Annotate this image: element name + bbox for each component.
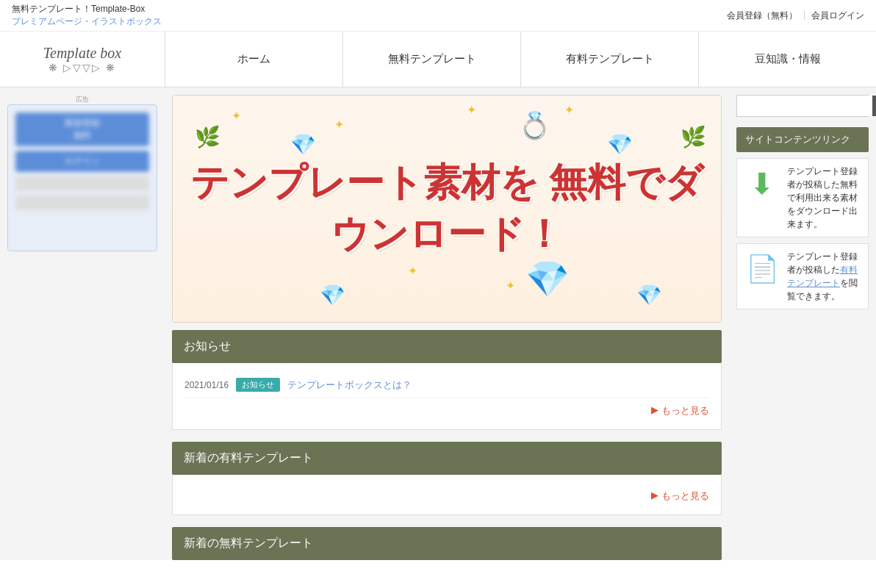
more-link-paid-label[interactable]: もっと見る	[661, 490, 709, 503]
more-link-icon: ▶	[651, 404, 658, 417]
paid-template-link[interactable]: 有料テンプレート	[787, 265, 858, 288]
subtitle-link[interactable]: プレミアムページ・イラストボックス	[12, 15, 162, 28]
news-tag: お知らせ	[236, 378, 280, 392]
sidebar-card-document: 📄 テンプレート登録者が投稿した有料テンプレートを閲覧できます。	[736, 243, 869, 309]
deco-gem-3: 💎	[320, 283, 345, 307]
more-link-notice[interactable]: ▶ もっと見る	[184, 398, 709, 420]
more-link-paid-icon: ▶	[651, 490, 658, 503]
search-input[interactable]	[737, 96, 872, 116]
document-icon: 📄	[743, 250, 781, 288]
deco-leaf-2: 🌿	[681, 125, 706, 149]
download-icon: ⬇	[743, 165, 781, 203]
paid-template-section-content: ▶ もっと見る	[172, 475, 722, 515]
sidebar-section-header: サイトコンテンツリンク	[736, 127, 869, 152]
content-right-wrapper: ✦ ✦ 💎 💍 ✦ ✦ 💎 🌿 🌿 💎 💎 💎 ✦ ✦ テンプレート素材を 無料…	[165, 87, 876, 560]
login-link[interactable]: 会員ログイン	[811, 10, 864, 22]
news-item: 2021/01/16 お知らせ テンプレートボックスとは？	[184, 372, 709, 398]
logo-deco: ❋ ▷▽▽▷ ❋	[49, 62, 116, 74]
deco-star-5: ✦	[408, 264, 417, 278]
top-bar-left: 無料テンプレート！Template-Box プレミアムページ・イラストボックス	[12, 3, 162, 28]
paid-template-section-wrapper: 新着の有料テンプレート ▶ もっと見る	[165, 442, 729, 515]
sidebar-card-download-text: テンプレート登録者が投稿した無料で利用出来る素材をダウンロード出来ます。	[787, 165, 862, 231]
deco-star-2: ✦	[334, 118, 344, 132]
ad-block: 新規登録無料 ログイン	[7, 104, 157, 251]
main-wrapper: 広告 新規登録無料 ログイン ✦ ✦ 💎 💍 ✦ ✦ 💎	[0, 87, 876, 560]
sidebar-card-document-text: テンプレート登録者が投稿した有料テンプレートを閲覧できます。	[787, 250, 862, 303]
deco-heart: 💎	[525, 259, 570, 300]
site-name: 無料テンプレート！Template-Box	[12, 3, 162, 15]
deco-gem-4: 💎	[636, 283, 662, 307]
register-link[interactable]: 会員登録（無料）	[727, 10, 797, 22]
ad-btn-2: ログイン	[15, 151, 149, 172]
paid-template-section-header: 新着の有料テンプレート	[172, 442, 722, 475]
download-arrow-icon: ⬇	[750, 167, 775, 201]
deco-ring: 💍	[518, 110, 551, 141]
deco-star-6: ✦	[506, 279, 515, 293]
header: Template box ❋ ▷▽▽▷ ❋ ホーム 無料テンプレート 有料テンプ…	[0, 32, 876, 87]
free-template-section-wrapper: 新着の無料テンプレート	[165, 527, 729, 560]
free-template-section-header: 新着の無料テンプレート	[172, 527, 722, 560]
notice-section-content: 2021/01/16 お知らせ テンプレートボックスとは？ ▶ もっと見る	[172, 363, 722, 430]
notice-section-header: お知らせ	[172, 330, 722, 363]
left-sidebar: 広告 新規登録無料 ログイン	[0, 87, 165, 560]
deco-star-1: ✦	[231, 109, 241, 123]
divider: |	[803, 10, 805, 22]
ad-small-1	[15, 176, 149, 191]
deco-gem-1: 💎	[290, 132, 316, 157]
notice-section-wrapper: お知らせ 2021/01/16 お知らせ テンプレートボックスとは？ ▶ もっと…	[165, 330, 729, 430]
search-button[interactable]: 🔍	[872, 96, 876, 116]
logo-area: Template box ❋ ▷▽▽▷ ❋	[0, 37, 165, 81]
hero-inner: ✦ ✦ 💎 💍 ✦ ✦ 💎 🌿 🌿 💎 💎 💎 ✦ ✦ テンプレート素材を 無料…	[173, 96, 721, 322]
hero-banner: ✦ ✦ 💎 💍 ✦ ✦ 💎 🌿 🌿 💎 💎 💎 ✦ ✦ テンプレート素材を 無料…	[172, 95, 722, 323]
ad-small-2	[15, 196, 149, 210]
nav-home[interactable]: ホーム	[165, 32, 342, 87]
deco-star-3: ✦	[467, 103, 476, 117]
nav-tips[interactable]: 豆知識・情報	[698, 32, 876, 87]
hero-main-text: テンプレート素材を 無料でダウンロード！	[173, 157, 721, 260]
search-box: 🔍	[736, 95, 869, 117]
top-bar-right: 会員登録（無料） | 会員ログイン	[727, 10, 864, 22]
deco-gem-2: 💎	[607, 132, 633, 157]
content-main: ✦ ✦ 💎 💍 ✦ ✦ 💎 🌿 🌿 💎 💎 💎 ✦ ✦ テンプレート素材を 無料…	[165, 87, 729, 560]
logo-text[interactable]: Template box	[43, 45, 121, 62]
nav-free-template[interactable]: 無料テンプレート	[342, 32, 520, 87]
ad-label: 広告	[7, 95, 157, 104]
news-link[interactable]: テンプレートボックスとは？	[287, 379, 412, 392]
news-date: 2021/01/16	[184, 380, 229, 390]
nav-paid-template[interactable]: 有料テンプレート	[520, 32, 698, 87]
more-link-label[interactable]: もっと見る	[661, 404, 709, 417]
ad-btn-1: 新規登録無料	[15, 112, 149, 146]
doc-file-icon: 📄	[746, 254, 779, 284]
top-bar: 無料テンプレート！Template-Box プレミアムページ・イラストボックス …	[0, 0, 876, 32]
main-nav: ホーム 無料テンプレート 有料テンプレート 豆知識・情報	[165, 32, 876, 87]
right-sidebar: 🔍 サイトコンテンツリンク ⬇ テンプレート登録者が投稿した無料で利用出来る素材…	[729, 87, 876, 560]
sidebar-card-download: ⬇ テンプレート登録者が投稿した無料で利用出来る素材をダウンロード出来ます。	[736, 158, 869, 237]
deco-star-4: ✦	[564, 103, 574, 117]
more-link-paid[interactable]: ▶ もっと見る	[184, 484, 709, 506]
deco-leaf-1: 🌿	[195, 125, 220, 149]
